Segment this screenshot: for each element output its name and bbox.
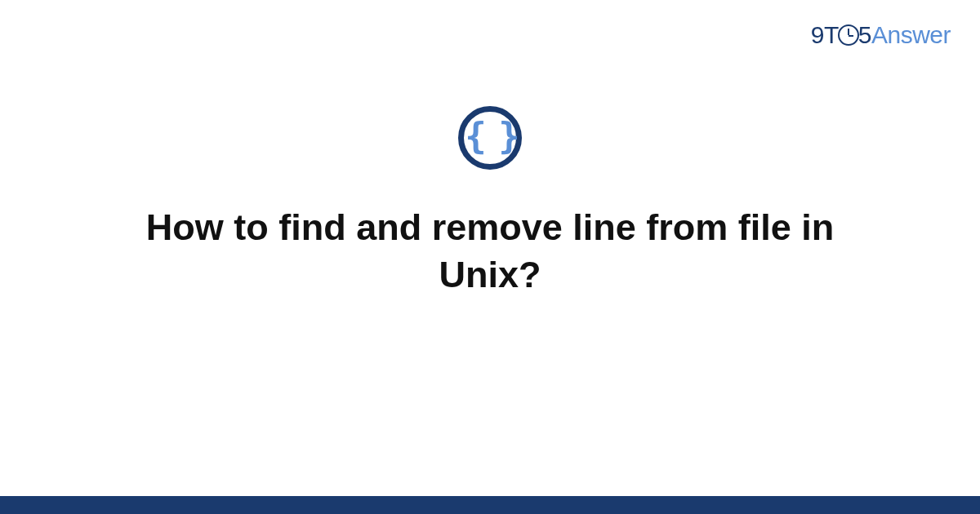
clock-icon [838,24,859,46]
brand-suffix: Answer [871,21,951,48]
brand-logo: 9T5Answer [811,21,951,49]
brand-middle: 5 [858,21,871,48]
question-title: How to find and remove line from file in… [90,204,890,298]
main-content: { } How to find and remove line from fil… [0,106,980,298]
brand-prefix: 9T [811,21,839,48]
footer-bar [0,496,980,514]
category-badge: { } [458,106,522,170]
code-braces-icon: { } [465,118,514,154]
